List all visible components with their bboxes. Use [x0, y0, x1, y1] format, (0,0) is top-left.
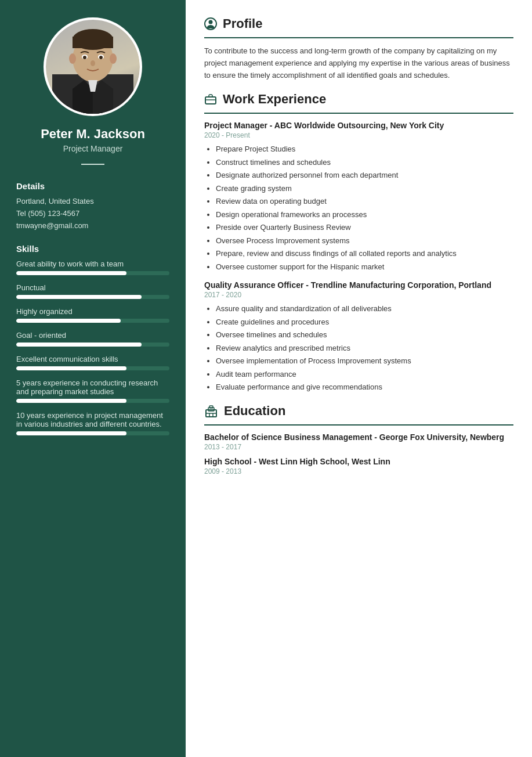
work-divider [204, 113, 513, 114]
job-entry: Project Manager - ABC Worldwide Outsourc… [204, 121, 513, 272]
skill-label: Great ability to work with a team [16, 259, 169, 268]
skill-bar-fill [16, 366, 126, 370]
education-entry: High School - West Linn High School, Wes… [204, 457, 513, 475]
edu-title: High School - West Linn High School, Wes… [204, 457, 513, 466]
skill-bar-fill [16, 399, 126, 403]
duty-item: Review analytics and prescribed metrics [216, 343, 513, 354]
duty-item: Designate authorized personnel from each… [216, 170, 513, 181]
skill-bar-bg [16, 399, 169, 403]
skill-bar-fill [16, 295, 142, 299]
svg-rect-18 [205, 97, 216, 104]
skill-label: Excellent communication skills [16, 355, 169, 363]
work-icon [204, 93, 217, 106]
job-title: Project Manager - ABC Worldwide Outsourc… [204, 121, 513, 130]
duty-item: Prepare Project Studies [216, 143, 513, 155]
job-entry: Quality Assurance Officer - Trendline Ma… [204, 280, 513, 393]
skill-item: Goal - oriented [16, 331, 169, 347]
skill-bar-fill [16, 271, 126, 275]
edu-dates: 2009 - 2013 [204, 467, 513, 475]
svg-point-11 [99, 56, 103, 59]
skill-bar-bg [16, 319, 169, 323]
svg-point-17 [209, 20, 213, 24]
skill-label: 10 years experience in project managemen… [16, 411, 169, 428]
svg-rect-5 [73, 37, 113, 48]
skill-label: 5 years experience in conducting researc… [16, 378, 169, 396]
duty-item: Create grading system [216, 183, 513, 194]
location: Portland, United States [16, 197, 169, 206]
job-title: Quality Assurance Officer - Trendline Ma… [204, 280, 513, 290]
svg-point-12 [91, 60, 95, 66]
duty-item: Assure quality and standardization of al… [216, 303, 513, 315]
skill-bar-bg [16, 366, 169, 370]
education-divider [204, 424, 513, 426]
skill-item: Great ability to work with a team [16, 259, 169, 275]
duty-item: Construct timelines and schedules [216, 157, 513, 168]
duty-item: Create guidelines and procedures [216, 316, 513, 328]
work-experience-heading: Work Experience [204, 92, 513, 107]
duty-item: Oversee customer support for the Hispani… [216, 261, 513, 273]
edu-dates: 2013 - 2017 [204, 443, 513, 451]
skill-item: 10 years experience in project managemen… [16, 411, 169, 435]
skills-list: Great ability to work with a team Punctu… [16, 259, 169, 444]
main-content: Profile To contribute to the success and… [186, 0, 532, 757]
phone: Tel (505) 123-4567 [16, 209, 169, 218]
sidebar: Peter M. Jackson Project Manager Details… [0, 0, 186, 757]
candidate-title: Project Manager [63, 144, 123, 153]
skill-bar-bg [16, 295, 169, 299]
edu-title: Bachelor of Science Business Management … [204, 432, 513, 442]
education-list: Bachelor of Science Business Management … [204, 432, 513, 475]
job-duties: Assure quality and standardization of al… [204, 303, 513, 393]
duty-item: Prepare, review and discuss findings of … [216, 248, 513, 259]
duty-item: Oversee implementation of Process Improv… [216, 355, 513, 367]
skill-label: Highly organized [16, 307, 169, 316]
profile-text: To contribute to the success and long-te… [204, 45, 513, 81]
skill-bar-bg [16, 431, 169, 435]
profile-divider [204, 37, 513, 38]
jobs-list: Project Manager - ABC Worldwide Outsourc… [204, 121, 513, 393]
duty-item: Audit team performance [216, 369, 513, 380]
svg-rect-22 [209, 406, 213, 408]
details-section-label: Details [16, 181, 169, 191]
duty-item: Evaluate performance and give recommenda… [216, 381, 513, 393]
skill-bar-fill [16, 343, 142, 347]
candidate-name: Peter M. Jackson [41, 127, 145, 142]
svg-point-6 [69, 53, 76, 64]
duty-item: Review data on operating budget [216, 196, 513, 207]
duty-item: Design operational frameworks an process… [216, 209, 513, 221]
skill-bar-bg [16, 343, 169, 347]
skill-item: Highly organized [16, 307, 169, 323]
job-dates: 2020 - Present [204, 131, 513, 139]
education-entry: Bachelor of Science Business Management … [204, 432, 513, 451]
profile-heading: Profile [204, 16, 513, 31]
email: tmwayne@gmail.com [16, 221, 169, 230]
job-duties: Prepare Project StudiesConstruct timelin… [204, 143, 513, 272]
duty-item: Oversee Process Improvement systems [216, 235, 513, 247]
avatar [44, 17, 142, 116]
skill-label: Goal - oriented [16, 331, 169, 340]
name-divider [81, 164, 104, 165]
job-dates: 2017 - 2020 [204, 291, 513, 299]
education-icon [204, 405, 218, 417]
svg-point-7 [110, 53, 117, 64]
skill-bar-fill [16, 319, 121, 323]
skill-item: Excellent communication skills [16, 355, 169, 370]
skill-item: Punctual [16, 283, 169, 299]
skill-bar-bg [16, 271, 169, 275]
duty-item: Oversee timelines and schedules [216, 329, 513, 341]
skill-item: 5 years experience in conducting researc… [16, 378, 169, 403]
svg-point-10 [83, 56, 86, 59]
skill-bar-fill [16, 431, 126, 435]
duty-item: Preside over Quarterly Business Review [216, 222, 513, 233]
skill-label: Punctual [16, 283, 169, 292]
profile-icon [204, 17, 217, 30]
education-heading: Education [204, 403, 513, 419]
skills-section-label: Skills [16, 244, 169, 254]
